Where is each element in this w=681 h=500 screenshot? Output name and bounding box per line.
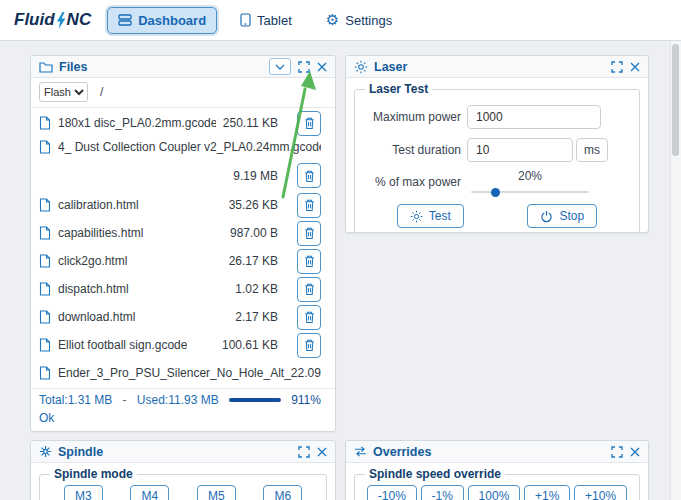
expand-icon (611, 61, 623, 73)
override-minus1-button[interactable]: -1% (421, 485, 464, 500)
power-slider[interactable]: 20% (471, 171, 589, 193)
power-slider-thumb[interactable] (491, 188, 500, 197)
spindle-m3-button[interactable]: M3 (64, 485, 103, 500)
file-name: Elliot football sign.gcode (58, 338, 187, 352)
files-panel: Files Flash / 180x1 disc_PLA0.2mm.gcode … (30, 55, 336, 432)
file-row[interactable]: dispatch.html 1.02 KB (31, 275, 335, 303)
spindle-icon (39, 445, 52, 458)
overrides-panel-header: Overrides (346, 441, 648, 463)
override-minus10-button[interactable]: -10% (367, 485, 417, 500)
power-percent-label-text: % of max power (365, 175, 461, 189)
files-toolbar: Flash / (31, 78, 335, 108)
page-scrollbar-thumb[interactable] (672, 44, 679, 156)
file-name: Ender_3_Pro_PSU_Silencer_No_Hole_Alt_22.… (58, 366, 321, 380)
delete-file-button[interactable] (297, 277, 321, 302)
file-row[interactable]: click2go.html 26.17 KB (31, 247, 335, 275)
panel-actions (611, 61, 640, 73)
used-size: Used:11.93 MB (137, 393, 219, 407)
max-power-input[interactable] (467, 105, 601, 129)
trash-icon (303, 198, 316, 212)
drive-select[interactable]: Flash (39, 82, 88, 102)
duration-unit: ms (576, 138, 608, 162)
tab-tablet[interactable]: Tablet (229, 7, 303, 34)
fieldset-legend: Laser Test (365, 82, 432, 96)
close-panel-button[interactable] (630, 62, 640, 72)
close-panel-button[interactable] (317, 62, 327, 72)
override-plus10-button[interactable]: +10% (574, 485, 627, 500)
override-100-button[interactable]: 100% (468, 485, 521, 500)
expand-icon (298, 61, 310, 73)
close-panel-button[interactable] (317, 447, 327, 457)
total-size: Total:1.31 MB (39, 393, 112, 407)
fullscreen-button[interactable] (611, 61, 623, 73)
button-label: -10% (378, 489, 406, 500)
tab-settings[interactable]: ⚙ Settings (315, 7, 403, 34)
tab-dashboard[interactable]: Dashboard (107, 7, 217, 34)
spindle-m6-button[interactable]: M6 (263, 485, 302, 500)
file-size: 250.11 KB (223, 116, 278, 130)
laser-stop-button[interactable]: Stop (527, 204, 597, 228)
delete-file-button[interactable] (297, 305, 321, 330)
file-size: 987.00 B (230, 226, 278, 240)
power-icon (540, 210, 553, 223)
file-row[interactable]: Ender_3_Pro_PSU_Silencer_No_Hole_Alt_22.… (31, 359, 335, 387)
logo-text-fluid: Fluid (14, 10, 55, 30)
file-row[interactable]: 4_ Dust Collection Coupler v2_PLA0.24mm.… (31, 137, 335, 191)
file-size: 35.26 KB (229, 198, 278, 212)
power-slider-track[interactable] (471, 191, 589, 193)
test-duration-input[interactable] (467, 138, 573, 162)
file-icon (39, 254, 51, 268)
trash-icon (303, 116, 316, 130)
laser-buttons-row: Test Stop (365, 204, 629, 228)
max-power-row: Maximum power (365, 105, 629, 129)
file-size: 100.61 KB (222, 338, 278, 352)
tablet-icon (240, 13, 251, 27)
file-icon (39, 310, 51, 324)
file-row[interactable]: capabilities.html 987.00 B (31, 219, 335, 247)
button-label: M4 (141, 489, 158, 500)
storage-summary: Total:1.31 MB - Used:11.93 MB 911% (31, 388, 335, 409)
file-icon (39, 226, 51, 240)
close-panel-button[interactable] (630, 447, 640, 457)
test-duration-row: Test duration ms (365, 138, 629, 162)
panel-actions (611, 446, 640, 458)
delete-file-button[interactable] (297, 193, 321, 218)
power-percent-value: 20% (471, 169, 589, 183)
delete-file-button[interactable] (297, 249, 321, 274)
file-row[interactable]: calibration.html 35.26 KB (31, 191, 335, 219)
fullscreen-button[interactable] (298, 446, 310, 458)
usage-percent: 911% (291, 393, 321, 407)
delete-file-button[interactable] (297, 163, 321, 188)
fullscreen-button[interactable] (298, 61, 310, 73)
file-row[interactable]: 180x1 disc_PLA0.2mm.gcode 250.11 KB (31, 109, 335, 137)
files-status-text: Ok (31, 409, 335, 431)
override-plus1-button[interactable]: +1% (524, 485, 570, 500)
page-scrollbar[interactable] (670, 41, 681, 500)
file-row[interactable]: download.html 2.17 KB (31, 303, 335, 331)
spindle-m4-button[interactable]: M4 (130, 485, 169, 500)
lightning-bolt-icon (56, 12, 66, 29)
tab-label: Dashboard (138, 13, 206, 28)
file-name: 180x1 disc_PLA0.2mm.gcode (58, 116, 216, 130)
button-label: -1% (432, 489, 453, 500)
spindle-mode-fieldset: Spindle mode M3 M4 M5 M6 (39, 467, 327, 500)
usage-bar (229, 398, 281, 402)
trash-icon (303, 310, 316, 324)
file-size: 1.02 KB (235, 282, 278, 296)
file-name: download.html (58, 310, 135, 324)
laser-panel: Laser Laser Test Maximum power Test dura… (345, 55, 649, 233)
close-icon (630, 447, 640, 457)
file-icon (39, 282, 51, 296)
expand-icon (298, 446, 310, 458)
current-path: / (100, 85, 103, 99)
delete-file-button[interactable] (297, 333, 321, 358)
spindle-m5-button[interactable]: M5 (197, 485, 236, 500)
button-label: M3 (75, 489, 92, 500)
files-menu-dropdown-button[interactable] (269, 58, 291, 75)
delete-file-button[interactable] (297, 111, 321, 136)
trash-icon (303, 282, 316, 296)
fullscreen-button[interactable] (611, 446, 623, 458)
delete-file-button[interactable] (297, 221, 321, 246)
file-row[interactable]: Elliot football sign.gcode 100.61 KB (31, 331, 335, 359)
laser-test-button[interactable]: Test (397, 204, 464, 228)
